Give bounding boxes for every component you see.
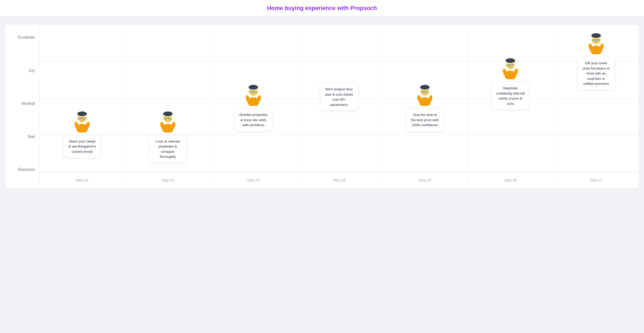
svg-point-23 <box>249 85 258 90</box>
step-item-5: Seal the deal at the best price with 100… <box>406 84 443 131</box>
step-content-6: Negotiate confidently with full clarity … <box>468 25 553 172</box>
step-content-3: Shortlist properties & book site visits … <box>211 25 296 172</box>
step-item-1: Share your needs & see Bangalore's curre… <box>64 110 100 158</box>
page-title: Home buying experience with Propsoch <box>267 5 377 11</box>
step-col-2: Look at relevant properties & compare th… <box>125 25 211 188</box>
step-label-4: Step 04 <box>333 178 345 182</box>
y-label-sad: Sad <box>9 134 35 139</box>
step-col-4: We'll analyse floor plan & cost sheets o… <box>296 25 382 188</box>
step-footer-2: Step 02 <box>125 172 211 188</box>
speech-bubble-1: Share your needs & see Bangalore's curre… <box>64 136 100 158</box>
speech-bubble-2: Look at relevant properties & compare th… <box>149 136 186 163</box>
step-footer-4: Step 04 <box>296 172 382 188</box>
main-container: Ecstactic Joy Neutral Sad Remorse <box>0 17 644 196</box>
steps-container: Share your needs & see Bangalore's curre… <box>39 25 639 188</box>
step-content-7: Gift your loved ones full peace of mind … <box>553 25 639 172</box>
speech-bubble-4: We'll analyse floor plan & cost sheets o… <box>321 84 358 110</box>
character-1 <box>73 110 91 134</box>
character-3 <box>244 84 263 107</box>
step-footer-3: Step 03 <box>211 172 296 188</box>
step-label-6: Step 06 <box>504 178 517 182</box>
step-col-6: Negotiate confidently with full clarity … <box>468 25 554 188</box>
step-item-7: Gift your loved ones full peace of mind … <box>578 32 615 90</box>
step-footer-6: Step 06 <box>468 172 553 188</box>
y-label-joy: Joy <box>9 68 35 73</box>
character-6 <box>501 57 520 80</box>
y-axis: Ecstactic Joy Neutral Sad Remorse <box>5 25 39 188</box>
character-5 <box>416 84 434 107</box>
chart-area: Share your needs & see Bangalore's curre… <box>39 25 639 188</box>
svg-point-47 <box>591 33 601 38</box>
step-footer-1: Step 01 <box>39 172 125 188</box>
y-label-ecstactic: Ecstactic <box>9 35 35 40</box>
speech-bubble-7: Gift your loved ones full peace of mind … <box>578 57 615 90</box>
step-col-5: Seal the deal at the best price with 100… <box>382 25 468 188</box>
svg-point-15 <box>163 111 173 116</box>
step-col-3: Shortlist properties & book site visits … <box>211 25 296 188</box>
step-item-6: Negotiate confidently with full clarity … <box>492 57 529 109</box>
step-content-2: Look at relevant properties & compare th… <box>125 25 211 172</box>
header: Home buying experience with Propsoch <box>0 0 644 17</box>
y-label-neutral: Neutral <box>9 101 35 106</box>
step-label-1: Step 01 <box>76 178 88 182</box>
step-label-5: Step 05 <box>418 178 431 182</box>
step-col-1: Share your needs & see Bangalore's curre… <box>39 25 125 188</box>
step-footer-7: Step 07 <box>553 172 639 188</box>
svg-point-39 <box>506 58 515 63</box>
speech-bubble-3: Shortlist properties & book site visits … <box>235 109 272 131</box>
character-7 <box>587 32 605 55</box>
svg-point-31 <box>420 85 430 90</box>
step-label-2: Step 02 <box>162 178 174 182</box>
step-item-4: We'll analyse floor plan & cost sheets o… <box>321 84 358 110</box>
step-label-7: Step 07 <box>590 178 602 182</box>
step-col-7: Gift your loved ones full peace of mind … <box>553 25 639 188</box>
svg-point-7 <box>77 111 87 116</box>
speech-bubble-5: Seal the deal at the best price with 100… <box>406 109 443 131</box>
chart-wrapper: Ecstactic Joy Neutral Sad Remorse <box>5 25 639 188</box>
step-content-5: Seal the deal at the best price with 100… <box>382 25 467 172</box>
speech-bubble-6: Negotiate confidently with full clarity … <box>492 82 529 109</box>
step-item-2: Look at relevant properties & compare th… <box>149 110 186 163</box>
step-content-4: We'll analyse floor plan & cost sheets o… <box>296 25 382 172</box>
y-label-remorse: Remorse <box>9 167 35 172</box>
step-item-3: Shortlist properties & book site visits … <box>235 84 272 131</box>
step-label-3: Step 03 <box>247 178 260 182</box>
character-2 <box>159 110 177 134</box>
step-content-1: Share your needs & see Bangalore's curre… <box>39 25 125 172</box>
step-footer-5: Step 05 <box>382 172 467 188</box>
